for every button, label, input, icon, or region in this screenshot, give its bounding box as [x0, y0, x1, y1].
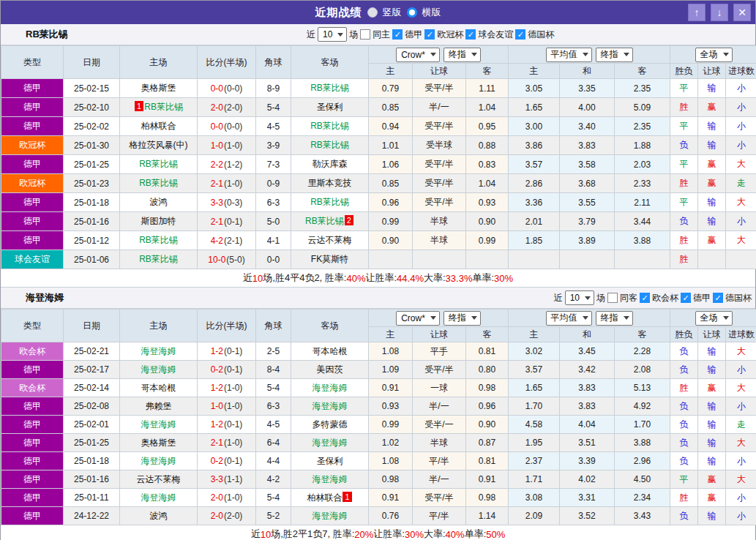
- home-team-cell: 海登海姆: [120, 452, 198, 470]
- filter-prefix-label: 近: [554, 292, 563, 304]
- league-checkbox[interactable]: ✓: [640, 293, 650, 303]
- score-cell: 0-2(0-1): [198, 452, 256, 470]
- league-checkbox[interactable]: ✓: [713, 293, 723, 303]
- result-cell: 大: [726, 379, 756, 397]
- team-link: 斯图加特: [141, 216, 176, 226]
- league-checkbox[interactable]: ✓: [465, 29, 476, 40]
- home-team-cell: RB莱比锡: [120, 174, 198, 193]
- page-title: 近期战绩: [315, 6, 362, 20]
- result-cell: 胜: [670, 489, 698, 507]
- league-checkbox[interactable]: ✓: [424, 29, 435, 40]
- recent-results-panel: 近期战绩 竖版 横版 ↑ ↓ ✕ RB莱比锡 近10场同主✓德甲✓欧冠杯✓球会友…: [0, 0, 756, 540]
- odds-source-select[interactable]: Crow*: [396, 48, 440, 62]
- team-link: 海登海姆: [141, 492, 176, 503]
- league-label: 德甲: [693, 292, 711, 304]
- radio-horizontal-layout[interactable]: [407, 7, 417, 18]
- average-odds-cell: 1.85: [509, 231, 560, 250]
- summary-part: 大率:: [424, 271, 446, 285]
- fulltime-score: 2-1: [211, 179, 223, 189]
- odds-period-select[interactable]: 终指: [444, 311, 481, 326]
- team-link: 柏林联合: [307, 492, 342, 503]
- move-up-button[interactable]: ↑: [688, 4, 706, 21]
- fulltime-score: 2-1: [211, 438, 223, 448]
- result-cell: 平: [670, 470, 698, 489]
- fulltime-score: 2-2: [211, 160, 223, 170]
- average-odds-cell: 2.96: [615, 452, 670, 470]
- home-team-cell: 海登海姆: [120, 416, 198, 434]
- league-checkbox[interactable]: ✓: [681, 293, 691, 303]
- col-avg-away: 客: [615, 64, 670, 79]
- average-odds-cell: 2.01: [509, 212, 560, 231]
- same-venue-checkbox[interactable]: [607, 293, 618, 303]
- result-cell: [726, 250, 756, 269]
- col-home: 主场: [120, 46, 198, 79]
- scope-select[interactable]: 全场: [695, 311, 733, 326]
- scope-select[interactable]: 全场: [695, 48, 733, 62]
- team-link: 波鸿: [150, 511, 168, 521]
- result-cell: 小: [726, 79, 756, 98]
- average-odds-cell: 3.45: [560, 342, 615, 361]
- avg-period-select[interactable]: 终指: [596, 311, 633, 326]
- avg-source-select[interactable]: 平均值: [546, 48, 592, 62]
- col-odds-handicap: 让球: [413, 327, 466, 342]
- home-team-cell: 奥格斯堡: [120, 79, 198, 98]
- team-link: RB莱比锡: [139, 159, 178, 169]
- score-cell: 3-3(1-1): [198, 470, 256, 489]
- move-down-button[interactable]: ↓: [711, 4, 728, 21]
- league-type-cell: 欧冠杯: [1, 136, 64, 155]
- result-cell: [698, 250, 726, 269]
- league-type-cell: 欧冠杯: [1, 174, 64, 193]
- home-team-cell: 海登海姆: [120, 342, 198, 361]
- date-cell: 25-01-18: [64, 452, 120, 470]
- radio-horizontal-label[interactable]: 横版: [422, 6, 441, 19]
- radio-vertical-label[interactable]: 竖版: [383, 6, 402, 19]
- score-cell: 3-3(0-3): [198, 193, 256, 212]
- team-link: 海登海姆: [141, 419, 176, 430]
- team-link: RB莱比锡: [305, 216, 344, 226]
- avg-period-select[interactable]: 终指: [596, 48, 633, 62]
- league-checkbox[interactable]: ✓: [515, 29, 525, 40]
- average-odds-cell: 3.68: [560, 174, 615, 193]
- odds-source-select[interactable]: Crow*: [396, 311, 440, 326]
- close-button[interactable]: ✕: [733, 4, 751, 21]
- avg-source-select[interactable]: 平均值: [546, 311, 592, 326]
- handicap-odds-cell: 受半/一: [413, 416, 466, 434]
- date-cell: 25-01-18: [64, 193, 120, 212]
- same-venue-checkbox[interactable]: [360, 29, 370, 40]
- match-count-select[interactable]: 10: [318, 27, 347, 42]
- result-cell: 负: [670, 136, 698, 155]
- odds-period-select[interactable]: 终指: [444, 48, 481, 62]
- corner-cell: 5-4: [256, 379, 291, 397]
- team-link: 格拉茨风暴(中): [130, 140, 188, 150]
- col-avg-home: 主: [509, 327, 560, 342]
- halftime-score: (1-0): [224, 492, 242, 503]
- average-odds-cell: 2.08: [615, 361, 670, 379]
- handicap-odds-cell: 0.90: [466, 212, 509, 231]
- summary-part: 30%: [405, 529, 424, 540]
- summary-part: 50%: [486, 529, 505, 540]
- average-odds-cell: 3.08: [509, 489, 560, 507]
- match-count-select[interactable]: 10: [565, 290, 594, 305]
- result-cell: 小: [726, 489, 756, 507]
- date-cell: 25-02-02: [64, 117, 120, 136]
- handicap-odds-cell: 受平/半: [413, 193, 466, 212]
- result-cell: 小: [726, 117, 756, 136]
- result-cell: 输: [698, 79, 726, 98]
- result-cell: 小: [726, 136, 756, 155]
- col-result: 胜负: [670, 327, 698, 342]
- date-cell: 24-12-22: [64, 507, 120, 525]
- radio-vertical-layout[interactable]: [367, 7, 378, 18]
- average-odds-cell: 3.83: [560, 379, 615, 397]
- filter-suffix-label: 场: [349, 29, 358, 41]
- score-cell: 1-2(1-0): [198, 379, 256, 397]
- average-odds-cell: 2.33: [615, 174, 670, 193]
- result-cell: 小: [726, 361, 756, 379]
- handicap-odds-cell: 0.98: [466, 379, 509, 397]
- filter-group: 近10场同客✓欧会杯✓德甲✓德国杯: [554, 290, 752, 305]
- average-odds-cell: 3.05: [509, 79, 560, 98]
- same-venue-label: 同客: [620, 292, 637, 304]
- league-checkbox[interactable]: ✓: [392, 29, 403, 40]
- result-cell: 胜: [670, 98, 698, 117]
- average-odds-cell: 3.36: [509, 193, 560, 212]
- section-rb-leipzig: RB莱比锡 近10场同主✓德甲✓欧冠杯✓球会友谊✓德国杯 类型 日期 主场 比分…: [1, 24, 755, 288]
